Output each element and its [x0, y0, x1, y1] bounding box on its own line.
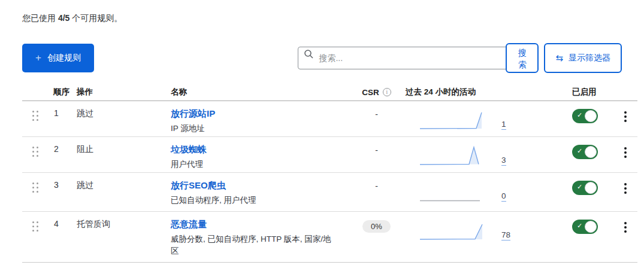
rule-order: 1: [49, 108, 75, 118]
drag-handle[interactable]: [22, 144, 49, 157]
activity-sparkline: [418, 144, 491, 168]
toggle-knob: [585, 110, 597, 122]
enabled-toggle[interactable]: ✓: [572, 220, 598, 234]
activity-sparkline: [418, 219, 491, 243]
drag-handle[interactable]: [22, 180, 49, 193]
check-icon: ✓: [577, 222, 582, 230]
toolbar-right: 搜索 ⇆ 显示筛选器: [298, 43, 622, 73]
drag-handle[interactable]: [22, 108, 49, 121]
rule-enabled-cell: ✓: [558, 219, 609, 234]
plus-icon: +: [35, 52, 41, 64]
kebab-menu-icon[interactable]: [618, 146, 633, 160]
rule-menu-cell: [609, 108, 637, 127]
rule-name-cell: 放行源站IP IP 源地址: [170, 108, 354, 135]
kebab-menu-icon[interactable]: [618, 182, 633, 196]
drag-dots-icon: [32, 111, 49, 121]
kebab-menu-icon[interactable]: [618, 110, 633, 124]
rule-activity-cell: 0: [399, 180, 558, 204]
rule-csr: -: [354, 144, 399, 155]
header-action: 操作: [75, 87, 170, 98]
activity-count-link[interactable]: 3: [501, 156, 506, 166]
check-icon: ✓: [577, 147, 582, 155]
rule-menu-cell: [609, 219, 637, 238]
search-input[interactable]: [298, 47, 506, 69]
rule-name-link[interactable]: 垃圾蜘蛛: [171, 144, 207, 156]
activity-sparkline: [418, 108, 491, 132]
rule-name-link[interactable]: 恶意流量: [171, 219, 207, 230]
header-order: 顺序: [49, 87, 75, 98]
rule-name-link[interactable]: 放行SEO爬虫: [171, 180, 226, 191]
rule-description: 威胁分数, 已知自动程序, HTTP 版本, 国家/地区: [171, 233, 337, 257]
table-row: 2 阻止 垃圾蜘蛛 用户代理 - 3 ✓: [22, 137, 637, 173]
rule-order: 3: [49, 180, 75, 190]
search-button[interactable]: 搜索: [506, 43, 539, 73]
rule-name-cell: 恶意流量 威胁分数, 已知自动程序, HTTP 版本, 国家/地区: [170, 219, 354, 257]
rule-activity-cell: 1: [399, 108, 558, 132]
rule-csr: -: [354, 180, 399, 191]
header-name: 名称: [170, 87, 354, 98]
toolbar: + 创建规则 搜索 ⇆ 显示筛选器: [22, 43, 622, 73]
rule-enabled-cell: ✓: [558, 108, 609, 123]
search-wrap: 搜索: [298, 43, 539, 73]
rule-action: 跳过: [75, 180, 170, 191]
enabled-toggle[interactable]: ✓: [572, 145, 598, 159]
usage-count: 4/5: [58, 13, 69, 23]
rule-csr-cell: 0%: [354, 219, 399, 233]
csr-badge: 0%: [362, 220, 391, 233]
header-activity: 过去 24 小时的活动: [399, 87, 558, 98]
rule-activity-cell: 78: [399, 219, 558, 243]
table-row: 3 跳过 放行SEO爬虫 已知自动程序, 用户代理 - 0 ✓: [22, 173, 637, 212]
activity-sparkline: [418, 180, 491, 204]
rule-activity-cell: 3: [399, 144, 558, 168]
rule-description: 用户代理: [171, 159, 337, 171]
activity-count-link[interactable]: 1: [501, 120, 506, 130]
enabled-toggle[interactable]: ✓: [572, 181, 598, 195]
table-row: 1 跳过 放行源站IP IP 源地址 - 1 ✓: [22, 101, 637, 137]
show-filters-label: 显示筛选器: [569, 53, 610, 63]
search-icon: [304, 49, 314, 62]
rule-enabled-cell: ✓: [558, 144, 609, 159]
swap-arrows-icon: ⇆: [555, 53, 563, 63]
rule-name-cell: 垃圾蜘蛛 用户代理: [170, 144, 354, 171]
check-icon: ✓: [577, 183, 582, 191]
rule-order: 4: [49, 219, 75, 229]
toggle-knob: [585, 146, 597, 158]
toggle-knob: [585, 221, 597, 233]
rule-order: 2: [49, 144, 75, 154]
header-enabled: 已启用: [558, 87, 609, 98]
rule-menu-cell: [609, 180, 637, 199]
rule-csr: -: [354, 108, 399, 119]
drag-handle[interactable]: [22, 219, 49, 232]
info-icon[interactable]: i: [383, 88, 391, 96]
drag-dots-icon: [32, 221, 49, 232]
create-rule-label: 创建规则: [47, 53, 81, 63]
rule-description: IP 源地址: [171, 123, 337, 135]
drag-dots-icon: [32, 147, 49, 157]
activity-count-link[interactable]: 78: [501, 230, 510, 240]
rule-action: 托管质询: [75, 219, 170, 230]
rule-name-cell: 放行SEO爬虫 已知自动程序, 用户代理: [170, 180, 354, 206]
rule-action: 跳过: [75, 108, 170, 119]
toggle-knob: [585, 182, 597, 194]
enabled-toggle[interactable]: ✓: [572, 109, 598, 123]
rules-table: 顺序 操作 名称 CSR i 过去 24 小时的活动 已启用 1 跳过 放行源站…: [22, 84, 637, 263]
header-csr: CSR i: [354, 88, 399, 97]
show-filters-button[interactable]: ⇆ 显示筛选器: [544, 43, 622, 73]
usage-summary: 您已使用 4/5 个可用规则。: [22, 13, 644, 24]
activity-count-link[interactable]: 0: [501, 191, 506, 202]
rule-description: 已知自动程序, 用户代理: [171, 194, 337, 206]
drag-dots-icon: [32, 182, 49, 193]
rule-enabled-cell: ✓: [558, 180, 609, 195]
header-csr-label: CSR: [362, 88, 379, 97]
create-rule-button[interactable]: + 创建规则: [22, 44, 94, 72]
kebab-menu-icon[interactable]: [618, 221, 633, 235]
check-icon: ✓: [577, 111, 582, 119]
table-header-row: 顺序 操作 名称 CSR i 过去 24 小时的活动 已启用: [22, 84, 637, 101]
table-row: 4 托管质询 恶意流量 威胁分数, 已知自动程序, HTTP 版本, 国家/地区…: [22, 212, 637, 263]
rule-name-link[interactable]: 放行源站IP: [171, 108, 215, 120]
rule-menu-cell: [609, 144, 637, 163]
rule-action: 阻止: [75, 144, 170, 155]
